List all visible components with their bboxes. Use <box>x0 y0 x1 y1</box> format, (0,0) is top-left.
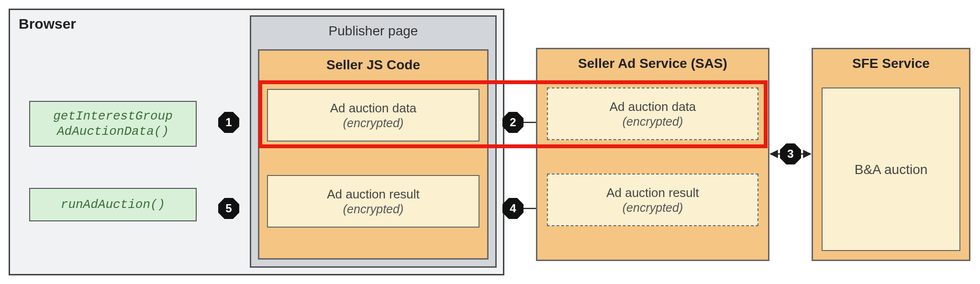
publisher-page-label: Publisher page <box>251 23 495 39</box>
sas-ad-auction-result-title: Ad auction result <box>606 185 699 201</box>
browser-label: Browser <box>19 16 76 32</box>
ba-auction-box: B&A auction <box>822 87 960 251</box>
step-1-badge: 1 <box>218 112 239 133</box>
sas-ad-auction-result-sub: (encrypted) <box>623 201 683 215</box>
step-3-badge: 3 <box>780 143 801 164</box>
seller-js-code-box: Seller JS Code Ad auction data (encrypte… <box>258 49 489 260</box>
seller-js-ad-auction-data: Ad auction data (encrypted) <box>267 89 479 142</box>
api-run-ad-auction-text: runAdAuction() <box>61 197 165 213</box>
api-run-ad-auction: runAdAuction() <box>29 188 197 221</box>
sfe-service-box: SFE Service B&A auction <box>812 48 970 261</box>
seller-js-ad-auction-result: Ad auction result (encrypted) <box>267 175 479 228</box>
step-5-number: 5 <box>225 202 232 215</box>
seller-js-ad-auction-result-sub: (encrypted) <box>343 202 403 216</box>
sas-ad-auction-result: Ad auction result (encrypted) <box>547 174 758 226</box>
sas-ad-auction-data: Ad auction data (encrypted) <box>547 87 758 140</box>
sfe-service-label: SFE Service <box>813 56 969 71</box>
api-get-interest-group-text: getInterestGroup AdAuctionData() <box>40 109 186 140</box>
step-3-number: 3 <box>787 147 793 161</box>
step-2-number: 2 <box>510 116 516 129</box>
seller-js-ad-auction-result-title: Ad auction result <box>327 186 420 202</box>
publisher-page-box: Publisher page Seller JS Code Ad auction… <box>250 15 497 268</box>
seller-js-ad-auction-data-sub: (encrypted) <box>343 116 403 130</box>
step-5-badge: 5 <box>218 198 239 219</box>
seller-ad-service-label: Seller Ad Service (SAS) <box>537 56 768 71</box>
seller-js-code-label: Seller JS Code <box>259 57 487 73</box>
seller-ad-service-box: Seller Ad Service (SAS) Ad auction data … <box>536 48 769 261</box>
api-get-interest-group: getInterestGroup AdAuctionData() <box>29 101 197 147</box>
step-1-number: 1 <box>225 116 232 129</box>
step-4-number: 4 <box>510 202 516 215</box>
step-4-badge: 4 <box>502 198 523 219</box>
sas-ad-auction-data-sub: (encrypted) <box>623 115 683 129</box>
sas-ad-auction-data-title: Ad auction data <box>610 99 696 115</box>
seller-js-ad-auction-data-title: Ad auction data <box>330 100 417 116</box>
ba-auction-text: B&A auction <box>855 161 928 178</box>
diagram-root: Browser getInterestGroup AdAuctionData()… <box>0 0 980 284</box>
step-2-badge: 2 <box>502 112 523 133</box>
